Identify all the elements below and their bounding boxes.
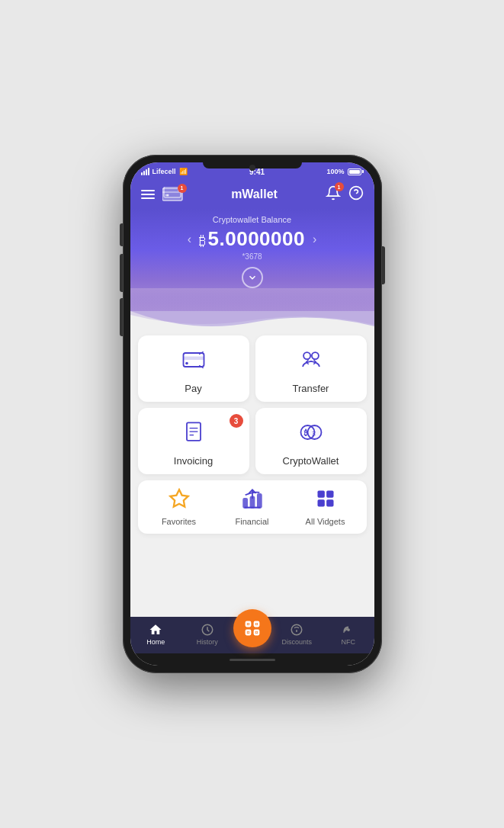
volume-down-button bbox=[120, 298, 123, 336]
svg-rect-35 bbox=[247, 624, 249, 625]
svg-marker-21 bbox=[170, 489, 188, 506]
action-grid: Pay Transfer bbox=[138, 335, 367, 474]
nav-discounts-label: Discounts bbox=[281, 638, 312, 646]
app-title: mWallet bbox=[231, 188, 278, 201]
financial-icon bbox=[242, 488, 263, 514]
power-button bbox=[382, 246, 385, 284]
svg-rect-27 bbox=[326, 491, 333, 498]
svg-point-11 bbox=[303, 352, 310, 359]
nav-discounts[interactable]: Discounts bbox=[271, 623, 323, 646]
svg-point-5 bbox=[165, 194, 167, 196]
signal-icon bbox=[141, 168, 149, 175]
favorites-widget[interactable]: Favorites bbox=[143, 488, 216, 526]
phone-frame: Lifecell 📶 9:41 100% bbox=[123, 155, 382, 673]
help-button[interactable] bbox=[348, 185, 364, 203]
invoicing-card[interactable]: Invoicing 3 bbox=[138, 408, 249, 474]
wallet-card-icon[interactable]: 1 bbox=[162, 187, 184, 202]
svg-rect-9 bbox=[183, 357, 204, 361]
nav-nfc[interactable]: NFC bbox=[323, 623, 374, 646]
favorites-icon bbox=[169, 488, 190, 514]
cryptowallet-icon: ₿ Ξ bbox=[297, 419, 325, 449]
cryptowallet-label: CryptoWallet bbox=[283, 455, 339, 467]
pay-label: Pay bbox=[185, 383, 201, 394]
carrier-name: Lifecell bbox=[152, 168, 176, 175]
phone-screen: Lifecell 📶 9:41 100% bbox=[130, 162, 374, 666]
balance-label: Cryptowallet Balance bbox=[141, 215, 364, 224]
svg-point-12 bbox=[311, 352, 318, 359]
svg-rect-38 bbox=[255, 632, 257, 634]
app-header: 1 mWallet 1 bbox=[130, 181, 374, 209]
front-camera bbox=[249, 165, 255, 171]
wallet-badge: 1 bbox=[178, 184, 187, 193]
svg-rect-23 bbox=[243, 499, 247, 508]
nav-scan-button[interactable] bbox=[233, 609, 271, 647]
all-vidgets-widget[interactable]: All Vidgets bbox=[289, 488, 362, 526]
svg-rect-24 bbox=[250, 497, 254, 508]
svg-text:Ξ: Ξ bbox=[311, 430, 315, 437]
balance-account: *3678 bbox=[141, 252, 364, 261]
main-content: Pay Transfer bbox=[130, 326, 374, 617]
svg-rect-36 bbox=[255, 624, 257, 625]
wifi-icon: 📶 bbox=[179, 168, 188, 175]
pay-icon bbox=[180, 346, 207, 377]
home-indicator bbox=[130, 653, 374, 666]
status-left: Lifecell 📶 bbox=[141, 168, 188, 175]
financial-widget[interactable]: Financial bbox=[216, 488, 289, 526]
mute-button bbox=[120, 223, 123, 246]
transfer-card[interactable]: Transfer bbox=[255, 335, 367, 402]
svg-rect-26 bbox=[317, 491, 324, 498]
notification-badge: 1 bbox=[335, 182, 344, 191]
balance-prev[interactable]: ‹ bbox=[185, 229, 194, 249]
balance-currency: ₿ bbox=[199, 233, 207, 249]
pay-card[interactable]: Pay bbox=[138, 335, 249, 402]
svg-point-10 bbox=[185, 362, 188, 365]
nav-home-label: Home bbox=[146, 638, 165, 646]
invoicing-icon bbox=[180, 419, 207, 449]
widget-row: Favorites Financial bbox=[138, 480, 367, 534]
transfer-icon bbox=[297, 346, 325, 377]
header-left: 1 bbox=[141, 187, 184, 202]
svg-rect-28 bbox=[317, 499, 324, 506]
expand-button[interactable] bbox=[242, 267, 263, 288]
all-vidgets-icon bbox=[315, 488, 336, 514]
balance-amount: ₿5.0000000 bbox=[199, 227, 305, 251]
wave-separator bbox=[130, 311, 374, 326]
transfer-label: Transfer bbox=[293, 383, 329, 394]
battery-icon bbox=[348, 168, 364, 175]
nav-home[interactable]: Home bbox=[130, 623, 182, 646]
volume-up-button bbox=[120, 254, 123, 292]
invoicing-label: Invoicing bbox=[174, 455, 213, 467]
svg-rect-25 bbox=[258, 494, 262, 508]
invoicing-badge: 3 bbox=[230, 414, 243, 428]
financial-label: Financial bbox=[235, 517, 268, 526]
bottom-nav: Home History bbox=[130, 617, 374, 653]
svg-point-42 bbox=[348, 629, 349, 631]
menu-button[interactable] bbox=[141, 190, 155, 199]
svg-rect-29 bbox=[326, 499, 333, 506]
status-right: 100% bbox=[326, 168, 363, 175]
svg-rect-37 bbox=[247, 632, 249, 634]
header-right: 1 bbox=[326, 185, 364, 203]
all-vidgets-label: All Vidgets bbox=[306, 517, 345, 526]
favorites-label: Favorites bbox=[162, 517, 196, 526]
cryptowallet-card[interactable]: ₿ Ξ CryptoWallet bbox=[255, 408, 367, 474]
phone-notch bbox=[203, 162, 302, 168]
balance-next[interactable]: › bbox=[310, 229, 319, 249]
balance-section: Cryptowallet Balance ‹ ₿5.0000000 › *367… bbox=[130, 209, 374, 311]
battery-percent: 100% bbox=[326, 168, 344, 175]
nav-history[interactable]: History bbox=[181, 623, 233, 646]
nav-history-label: History bbox=[197, 638, 218, 646]
balance-row: ‹ ₿5.0000000 › bbox=[141, 227, 364, 251]
notification-button[interactable]: 1 bbox=[326, 185, 341, 203]
nav-nfc-label: NFC bbox=[342, 638, 356, 646]
